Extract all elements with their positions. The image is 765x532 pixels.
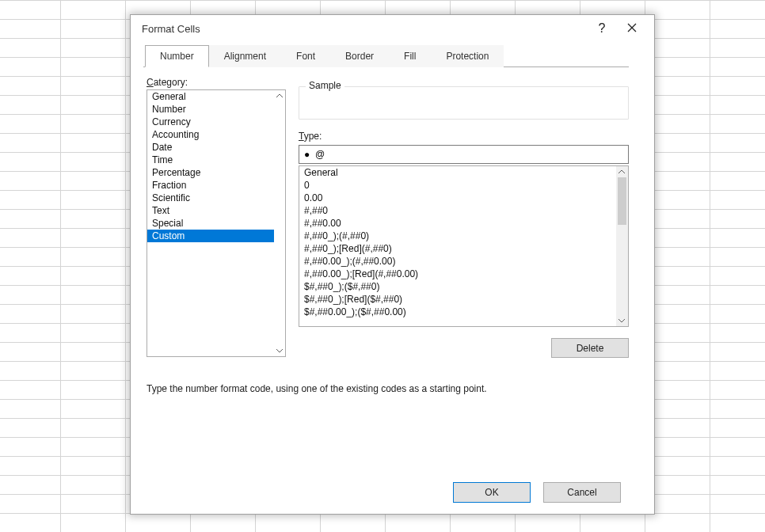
- sample-label: Sample: [306, 80, 344, 91]
- category-item[interactable]: Time: [147, 154, 274, 166]
- chevron-down-icon[interactable]: [616, 315, 627, 326]
- scroll-thumb[interactable]: [618, 177, 626, 225]
- type-listbox[interactable]: General00.00#,##0#,##0.00#,##0_);(#,##0)…: [299, 165, 629, 327]
- type-item[interactable]: #,##0: [299, 204, 616, 217]
- category-item[interactable]: Scientific: [147, 192, 274, 204]
- category-item[interactable]: Special: [147, 217, 274, 230]
- type-item[interactable]: #,##0.00_);[Red](#,##0.00): [299, 268, 616, 280]
- category-item[interactable]: Percentage: [147, 166, 274, 179]
- tab-number[interactable]: Number: [145, 45, 209, 67]
- tab-content-number: Category: GeneralNumberCurrencyAccountin…: [145, 67, 640, 476]
- scroll-track[interactable]: [274, 101, 285, 345]
- dialog-body: NumberAlignmentFontBorderFillProtection …: [131, 42, 654, 514]
- chevron-up-icon[interactable]: [616, 166, 627, 177]
- tab-protection[interactable]: Protection: [431, 45, 504, 67]
- dialog-title: Format Cells: [142, 23, 586, 35]
- type-item[interactable]: $#,##0.00_);($#,##0.00): [299, 306, 616, 318]
- type-item[interactable]: $#,##0_);($#,##0): [299, 280, 616, 293]
- category-column: Category: GeneralNumberCurrencyAccountin…: [147, 77, 286, 358]
- hint-text: Type the number format code, using one o…: [147, 383, 629, 394]
- category-item[interactable]: Date: [147, 141, 274, 154]
- type-item[interactable]: 0.00: [299, 192, 616, 204]
- tab-font[interactable]: Font: [281, 45, 330, 67]
- category-label: Category:: [147, 77, 286, 88]
- type-item[interactable]: #,##0_);[Red](#,##0): [299, 242, 616, 255]
- category-item[interactable]: Fraction: [147, 179, 274, 192]
- ok-button[interactable]: OK: [453, 482, 531, 503]
- scroll-track[interactable]: [616, 177, 628, 315]
- type-item[interactable]: #,##0_);(#,##0): [299, 230, 616, 242]
- category-scrollbar[interactable]: [274, 90, 285, 356]
- sample-value: [299, 87, 628, 97]
- sample-group: Sample: [299, 86, 629, 120]
- category-item[interactable]: Text: [147, 204, 274, 217]
- tab-strip: NumberAlignmentFontBorderFillProtection: [145, 45, 640, 67]
- tab-alignment[interactable]: Alignment: [209, 45, 281, 67]
- type-column: Sample Type: General00.00#,##0#,##0.00#,…: [299, 77, 629, 358]
- format-cells-dialog: Format Cells ? NumberAlignmentFontBorder…: [130, 14, 655, 515]
- help-icon: ?: [599, 21, 606, 36]
- category-item[interactable]: Currency: [147, 116, 274, 128]
- category-item[interactable]: Custom: [147, 230, 274, 242]
- category-item[interactable]: Accounting: [147, 128, 274, 141]
- category-listbox[interactable]: GeneralNumberCurrencyAccountingDateTimeP…: [147, 89, 286, 357]
- dialog-footer: OK Cancel: [145, 476, 640, 514]
- delete-button[interactable]: Delete: [551, 338, 629, 358]
- type-item[interactable]: General: [299, 166, 616, 179]
- tab-fill[interactable]: Fill: [389, 45, 431, 67]
- type-input[interactable]: [299, 145, 629, 164]
- type-item[interactable]: #,##0.00: [299, 217, 616, 230]
- cancel-button[interactable]: Cancel: [543, 482, 621, 503]
- help-button[interactable]: ?: [588, 17, 616, 40]
- close-icon: [627, 22, 637, 35]
- type-item[interactable]: #,##0.00_);(#,##0.00): [299, 255, 616, 268]
- type-scrollbar[interactable]: [616, 166, 628, 326]
- category-item[interactable]: Number: [147, 103, 274, 116]
- chevron-up-icon[interactable]: [274, 90, 285, 101]
- dialog-titlebar: Format Cells ?: [131, 15, 654, 42]
- type-item[interactable]: $#,##0_);[Red]($#,##0): [299, 293, 616, 306]
- close-button[interactable]: [618, 17, 646, 40]
- chevron-down-icon[interactable]: [274, 345, 285, 356]
- type-label: Type:: [299, 131, 629, 142]
- category-item[interactable]: General: [147, 90, 274, 103]
- type-item[interactable]: 0: [299, 179, 616, 192]
- tab-border[interactable]: Border: [330, 45, 389, 67]
